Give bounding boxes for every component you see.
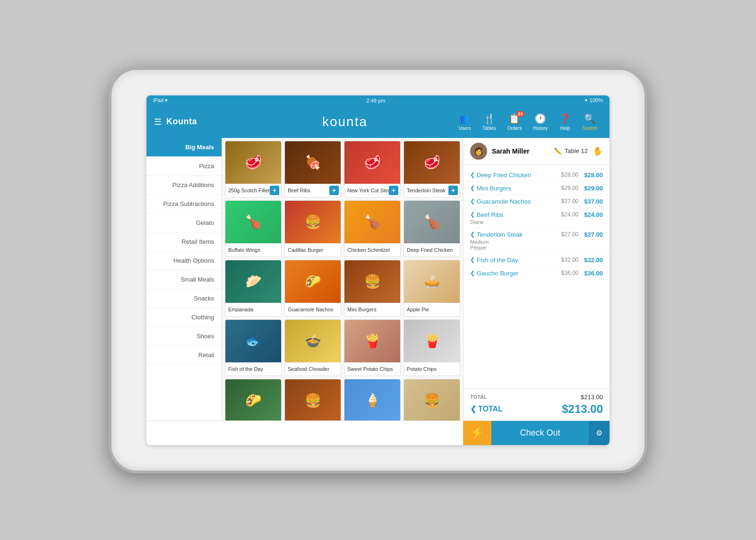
menu-item-label-11: Mini Burgers [344, 303, 400, 316]
order-item-price-6: $32.00 [584, 257, 603, 264]
sidebar-item-retail-items[interactable]: Retail Items [146, 232, 222, 251]
orders-label: Orders [507, 126, 522, 131]
menu-item-7[interactable]: 🍗 Chicken Schinitzel [344, 200, 401, 257]
order-item-name-1[interactable]: Deep Fried Chicken [477, 171, 561, 179]
add-item-3-button[interactable]: + [389, 186, 398, 195]
nav-btn-search[interactable]: 🔍 Search [577, 110, 602, 134]
food-image-13: 🐟 [225, 320, 281, 362]
food-image-14: 🍲 [285, 320, 341, 362]
order-item-name-2[interactable]: Mini Burgers [477, 185, 561, 192]
history-icon: 🕐 [534, 113, 546, 124]
history-label: History [533, 126, 548, 131]
order-item-note-4: Diane [470, 218, 603, 225]
menu-item-6[interactable]: 🍔 Cadillac Burger [284, 200, 341, 257]
tables-icon: 🍴 [483, 113, 495, 124]
food-image-3: 🥩 [344, 141, 400, 184]
menu-item-label-8: Deep Fried Chicken [404, 243, 460, 257]
order-item-name-7[interactable]: Gaucho Burger [477, 270, 561, 277]
sidebar-item-retail[interactable]: Retail [146, 346, 222, 365]
menu-item-1[interactable]: 🥩 250g Scotch Fillet + [225, 141, 282, 197]
status-left: iPad ▾ [153, 97, 168, 103]
order-panel: 👩 Sarah Miller ✏️ Table 12 ✋ ❮ Deep Frie… [463, 138, 610, 420]
menu-item-8[interactable]: 🍗 Deep Fried Chicken [404, 200, 460, 257]
chevron-icon-7: ❮ [470, 270, 475, 276]
checkout-menu-space [222, 421, 463, 445]
menu-item-14[interactable]: 🍲 Seafood Chowder [284, 319, 341, 376]
sidebar-item-pizza[interactable]: Pizza [146, 157, 222, 176]
nav-btn-history[interactable]: 🕐 History [528, 110, 552, 134]
menu-item-9[interactable]: 🥟 Empanada [225, 260, 282, 317]
menu-item-label-9: Empanada [225, 303, 281, 316]
status-bar: iPad ▾ 2:49 pm ✦ 100% [146, 95, 610, 106]
menu-item-2[interactable]: 🍖 Beef Ribs + [284, 141, 341, 197]
sidebar-item-pizza-additions[interactable]: Pizza Additions [146, 176, 222, 195]
sidebar-item-gelato[interactable]: Gelato [146, 214, 222, 232]
order-item-name-3[interactable]: Guacamole Nachos [477, 198, 561, 205]
order-item-name-4[interactable]: Beef Ribs [477, 211, 561, 218]
order-item-name-5[interactable]: Tenderloin Steak [477, 231, 561, 238]
menu-item-12[interactable]: 🥧 Apple Pie [404, 260, 460, 317]
sidebar-item-snacks[interactable]: Snacks [146, 289, 222, 308]
food-image-2: 🍖 [285, 141, 341, 184]
food-image-19: 🍦 [344, 379, 400, 420]
nav-btn-tables[interactable]: 🍴 Tables [478, 110, 501, 134]
settings-button[interactable]: ⚙ [589, 421, 610, 445]
menu-item-10[interactable]: 🌮 Guacamole Nachos [284, 260, 341, 317]
sidebar-item-clothing[interactable]: Clothing [146, 308, 222, 327]
help-label: Help [560, 126, 570, 131]
edit-icon: ✏️ [554, 147, 562, 155]
sidebar-item-pizza-subtractions[interactable]: Pizza Subtractions [146, 195, 222, 214]
menu-item-13[interactable]: 🐟 Fish of the Day [225, 319, 282, 376]
food-image-9: 🥟 [225, 260, 281, 303]
hamburger-icon[interactable]: ☰ [154, 117, 162, 127]
order-item-base-price-2: $29.00 [561, 185, 579, 191]
menu-item-4[interactable]: 🥩 Tenderloin Steak + [404, 141, 460, 197]
menu-item-3[interactable]: 🥩 New York Cut Steak + [344, 141, 401, 197]
order-item-3: ❮ Guacamole Nachos $37.00 $37.00 [464, 195, 610, 208]
search-label: Search [582, 126, 597, 131]
sidebar-item-big-meals[interactable]: Big Meals [146, 138, 222, 157]
menu-item-20[interactable]: 🍔 Garage Burger [404, 379, 460, 420]
food-image-11: 🍔 [344, 260, 400, 303]
add-item-1-button[interactable]: + [270, 186, 279, 195]
menu-item-5[interactable]: 🍗 Buffalo Wings [225, 200, 282, 257]
sidebar-item-small-meals[interactable]: Small Meals [146, 270, 222, 289]
help-icon: ❓ [559, 113, 571, 124]
food-image-8: 🍗 [404, 201, 460, 243]
menu-item-15[interactable]: 🍟 Sweet Potato Chips [344, 319, 401, 376]
add-item-4-button[interactable]: + [448, 186, 458, 195]
checkout-bar: ⚡ Check Out ⚙ [146, 420, 610, 445]
nav-btn-help[interactable]: ❓ Help [554, 110, 576, 134]
menu-area: 🥩 250g Scotch Fillet + 🍖 Beef Ribs + 🥩 N… [222, 138, 463, 420]
sidebar-item-health-options[interactable]: Health Options [146, 251, 222, 270]
menu-item-11[interactable]: 🍔 Mini Burgers [344, 260, 401, 317]
total-summary-row: TOTAL $213.00 [470, 394, 603, 401]
search-icon: 🔍 [584, 113, 596, 124]
total-amount-small: $213.00 [581, 394, 603, 401]
order-item-base-price-4: $24.00 [561, 211, 579, 218]
menu-item-18[interactable]: 🍔 Gaucho Burger [284, 379, 341, 420]
table-info: ✏️ Table 12 [554, 147, 588, 155]
order-item-price-3: $37.00 [584, 198, 603, 205]
avatar: 👩 [470, 143, 487, 160]
order-item-name-6[interactable]: Fish of the Day [477, 257, 561, 264]
food-image-5: 🍗 [225, 201, 281, 243]
menu-item-17[interactable]: 🌮 Fish Taco [225, 379, 282, 420]
food-image-6: 🍔 [285, 201, 341, 243]
food-image-16: 🍟 [404, 320, 460, 362]
customer-name: Sarah Miller [492, 147, 549, 155]
sidebar-item-shoes[interactable]: Shoes [146, 327, 222, 346]
brand-name: Kounta [166, 117, 197, 127]
checkout-button[interactable]: Check Out [491, 421, 589, 445]
nav-btn-orders[interactable]: 23 📋 Orders [503, 110, 527, 134]
device-frame: iPad ▾ 2:49 pm ✦ 100% ☰ Kounta kounta 👥 … [109, 67, 647, 473]
lightning-button[interactable]: ⚡ [463, 421, 491, 445]
menu-item-19[interactable]: 🍦 Ice Cream & Sorbet [344, 379, 401, 420]
hand-icon[interactable]: ✋ [593, 146, 603, 156]
menu-item-16[interactable]: 🍟 Potato Chips [404, 319, 460, 376]
top-navigation: ☰ Kounta kounta 👥 Users 🍴 Tables 23 📋 [146, 106, 610, 138]
order-item-base-price-3: $37.00 [561, 198, 579, 205]
nav-btn-users[interactable]: 👥 Users [454, 110, 476, 134]
nav-center: kounta [244, 114, 446, 129]
add-item-2-button[interactable]: + [329, 186, 339, 195]
